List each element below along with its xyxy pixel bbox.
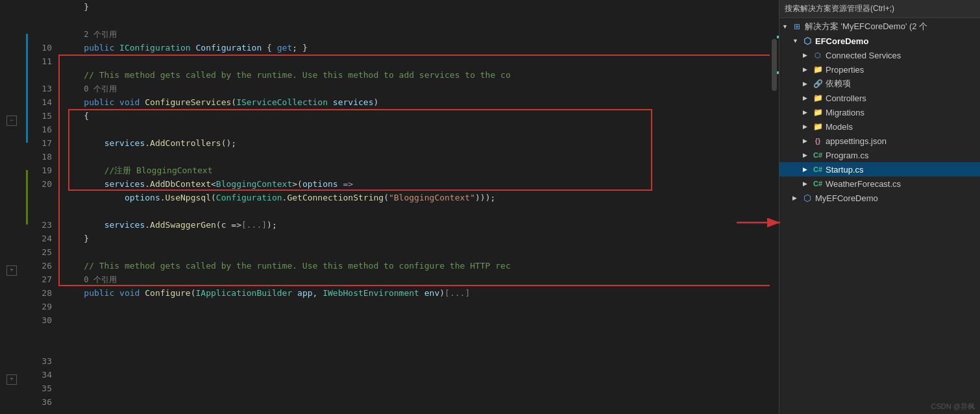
expand-arrow-startup: ▶ — [803, 166, 812, 173]
code-editor: 10 11 13 14 15 16 17 18 19 20 23 24 25 2… — [26, 0, 779, 414]
json-icon: {} — [812, 137, 824, 145]
tree-item-efcoredemo[interactable]: ▼ ⬡ EFCoreDemo — [779, 34, 980, 48]
code-line — [58, 123, 770, 136]
tree-item-startup[interactable]: ▶ C# Startup.cs — [779, 162, 980, 177]
change-indicator-added — [26, 170, 28, 225]
code-line: services.AddSwaggerGen(c =>[...]); — [58, 218, 770, 232]
tree-item-myefcoredemo2[interactable]: ▶ ⬡ MyEFCoreDemo — [779, 191, 980, 205]
collapse-btn-3[interactable]: + — [6, 374, 17, 385]
folder-icon-properties: 📁 — [812, 65, 824, 74]
deps-icon: 🔗 — [812, 79, 824, 88]
code-line — [58, 55, 770, 68]
code-content: } 2 个引用 public IConfiguration Configurat… — [58, 0, 770, 414]
scrollbar-track[interactable] — [770, 0, 779, 414]
tree-item-solution[interactable]: ▼ ⊞ 解决方案 'MyEFCoreDemo' (2 个 — [779, 19, 980, 34]
code-line: public void Configure(IApplicationBuilde… — [58, 286, 770, 300]
code-line: //注册 BloggingContext — [58, 164, 770, 177]
csharp-icon-weather: C# — [812, 180, 824, 188]
csharp-icon-startup: C# — [812, 165, 824, 173]
left-gutter: − + + — [0, 0, 26, 414]
expand-arrow-controllers: ▶ — [803, 95, 812, 101]
tree-item-weatherforecast[interactable]: ▶ C# WeatherForecast.cs — [779, 177, 980, 191]
tree-label: 解决方案 'MyEFCoreDemo' (2 个 — [805, 21, 927, 32]
code-line: } — [58, 232, 770, 245]
code-line: 0 个引用 — [58, 82, 770, 95]
expand-arrow-deps: ▶ — [803, 80, 812, 87]
tree-label-efcoredemo: EFCoreDemo — [815, 36, 868, 46]
tree-label-deps: 依赖项 — [826, 78, 851, 90]
tree-label-properties: Properties — [826, 65, 864, 75]
expand-arrow-connected: ▶ — [803, 52, 812, 58]
solution-explorer-tree: ▼ ⊞ 解决方案 'MyEFCoreDemo' (2 个 ▼ ⬡ EFCoreD… — [779, 18, 980, 414]
folder-icon-models: 📁 — [812, 122, 824, 131]
tree-label-connected: Connected Services — [826, 51, 901, 60]
tree-label-migrations: Migrations — [826, 108, 864, 117]
folder-icon-migrations: 📁 — [812, 108, 824, 117]
tree-item-program[interactable]: ▶ C# Program.cs — [779, 148, 980, 162]
tree-label-program: Program.cs — [826, 151, 868, 160]
code-line: public void ConfigureServices(IServiceCo… — [58, 95, 770, 109]
tree-item-migrations[interactable]: ▶ 📁 Migrations — [779, 105, 980, 119]
tree-label-models: Models — [826, 122, 853, 132]
expand-arrow-models: ▶ — [803, 123, 812, 130]
csharp-icon-program: C# — [812, 151, 824, 159]
connected-services-icon: ⬡ — [812, 51, 824, 60]
change-indicator-modified — [26, 34, 28, 143]
expand-arrow-efcoredemo: ▼ — [792, 38, 802, 44]
tree-item-models[interactable]: ▶ 📁 Models — [779, 119, 980, 134]
expand-arrow-program: ▶ — [803, 152, 812, 158]
collapse-btn-1[interactable]: − — [6, 116, 17, 126]
tree-item-controllers[interactable]: ▶ 📁 Controllers — [779, 91, 980, 105]
code-line — [58, 150, 770, 164]
code-line: 0 个引用 — [58, 273, 770, 286]
expand-arrow-appsettings: ▶ — [803, 138, 812, 144]
tree-item-properties[interactable]: ▶ 📁 Properties — [779, 62, 980, 77]
solution-icon: ⊞ — [791, 22, 803, 31]
tree-label-controllers: Controllers — [826, 93, 866, 103]
code-line: services.AddControllers(); — [58, 136, 770, 150]
scrollbar-thumb[interactable] — [772, 39, 777, 91]
line-numbers: 10 11 13 14 15 16 17 18 19 20 23 24 25 2… — [26, 0, 58, 414]
code-line: // This method gets called by the runtim… — [58, 68, 770, 82]
tree-label-weather: WeatherForecast.cs — [826, 179, 901, 189]
tree-item-deps[interactable]: ▶ 🔗 依赖项 — [779, 77, 980, 91]
tree-label-myefcoredemo2: MyEFCoreDemo — [815, 193, 878, 203]
project2-icon: ⬡ — [802, 193, 813, 203]
code-line: services.AddDbContext<BloggingContext>(o… — [58, 177, 770, 191]
tree-item-connected-services[interactable]: ▶ ⬡ Connected Services — [779, 48, 980, 62]
project-icon: ⬡ — [802, 36, 813, 46]
expand-arrow-migrations: ▶ — [803, 109, 812, 116]
tree-label-appsettings: appsettings.json — [826, 136, 887, 146]
folder-icon-controllers: 📁 — [812, 93, 824, 103]
code-line — [58, 14, 770, 27]
tree-label-startup: Startup.cs — [826, 165, 864, 175]
code-line — [58, 204, 770, 218]
code-line: options.UseNpgsql(Configuration.GetConne… — [58, 191, 770, 204]
solution-explorer: 搜索解决方案资源管理器(Ctrl+;) ▼ ⊞ 解决方案 'MyEFCoreDe… — [779, 0, 980, 414]
code-line: } — [58, 0, 770, 14]
collapse-btn-2[interactable]: + — [6, 265, 17, 276]
code-line: 2 个引用 — [58, 27, 770, 41]
expand-arrow-weather: ▶ — [803, 180, 812, 187]
tree-item-appsettings[interactable]: ▶ {} appsettings.json — [779, 134, 980, 148]
code-line: { — [58, 109, 770, 123]
code-line: public IConfiguration Configuration { ge… — [58, 41, 770, 55]
solution-explorer-header: 搜索解决方案资源管理器(Ctrl+;) — [779, 0, 980, 18]
code-line — [58, 245, 770, 259]
bottom-bar: CSDN @异枫 — [931, 402, 975, 411]
expand-arrow-properties: ▶ — [803, 66, 812, 73]
expand-arrow-solution: ▼ — [782, 23, 791, 30]
code-line: // This method gets called by the runtim… — [58, 259, 770, 273]
expand-arrow-myefcoredemo2: ▶ — [792, 195, 802, 201]
